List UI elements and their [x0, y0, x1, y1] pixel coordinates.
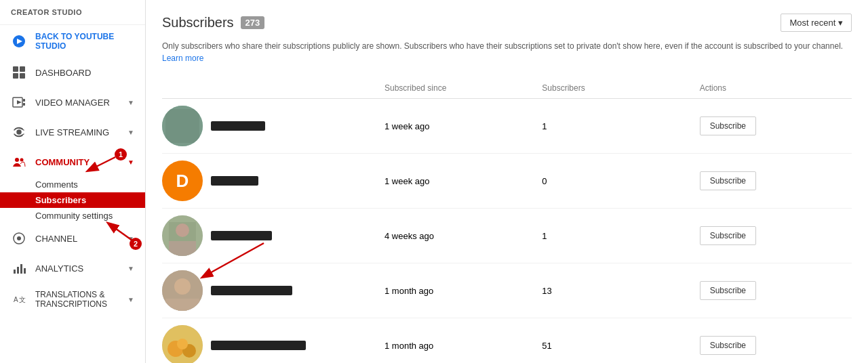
avatar-letter: D — [162, 161, 203, 201]
avatar — [162, 215, 203, 256]
svg-rect-4 — [13, 73, 18, 79]
svg-text:文: 文 — [19, 296, 26, 303]
svg-point-11 — [15, 158, 19, 162]
svg-rect-8 — [23, 99, 25, 102]
username-bar — [211, 121, 265, 131]
sidebar-item-translations[interactable]: A 文 TRANSLATIONS & TRANSCRIPTIONS ▼ — [0, 283, 145, 316]
page-title: Subscribers — [162, 15, 234, 30]
username-bar — [211, 286, 292, 295]
col-subscribers: Subscribers — [536, 83, 694, 93]
svg-rect-9 — [23, 103, 25, 106]
svg-point-14 — [17, 236, 21, 240]
col-subscribed-since: Subscribed since — [379, 83, 536, 93]
svg-point-10 — [17, 130, 21, 134]
subscriber-count-4: 13 — [536, 286, 694, 296]
video-manager-label: VIDEO MANAGER — [35, 98, 110, 108]
live-streaming-chevron: ▼ — [127, 129, 134, 136]
svg-rect-38 — [165, 299, 199, 311]
community-label: COMMUNITY — [35, 157, 90, 167]
analytics-icon — [11, 260, 27, 276]
svg-point-12 — [20, 158, 24, 162]
sidebar-sub-community-settings[interactable]: Community settings — [0, 208, 145, 223]
username-bar — [211, 176, 258, 186]
svg-rect-18 — [24, 268, 26, 274]
subscribe-button-5[interactable]: Subscribe — [700, 336, 756, 355]
translations-icon: A 文 — [11, 291, 27, 307]
svg-rect-34 — [169, 241, 196, 256]
col-actions: Actions — [694, 83, 852, 93]
table-row: 1 month ago 13 Subscribe — [162, 263, 852, 318]
youtube-studio-icon — [11, 33, 27, 49]
subscribed-since-1: 1 week ago — [379, 121, 536, 131]
subscriber-count-5: 51 — [536, 341, 694, 351]
dashboard-icon — [11, 64, 27, 81]
channel-label: CHANNEL — [35, 234, 77, 244]
table-row: 1 week ago 1 Subscribe — [162, 99, 852, 154]
subscriber-count-2: 0 — [536, 176, 694, 186]
svg-rect-2 — [13, 66, 18, 72]
col-name — [162, 83, 379, 93]
svg-rect-30 — [165, 109, 199, 143]
subscriber-info: D — [162, 161, 379, 201]
action-4: Subscribe — [694, 281, 852, 300]
subscriber-count-badge: 273 — [241, 16, 265, 29]
sidebar-item-channel[interactable]: CHANNEL ▼ — [0, 223, 145, 253]
live-streaming-icon — [11, 124, 27, 140]
sidebar-item-community[interactable]: COMMUNITY ▼ — [0, 147, 145, 177]
action-1: Subscribe — [694, 116, 852, 135]
sidebar-item-analytics[interactable]: ANALYTICS ▼ — [0, 253, 145, 283]
info-text: Only subscribers who share their subscri… — [162, 40, 852, 64]
sort-button[interactable]: Most recent ▾ — [781, 14, 852, 32]
analytics-chevron: ▼ — [127, 265, 134, 272]
sidebar-sub-comments[interactable]: Comments — [0, 177, 145, 192]
subscribed-since-2: 1 week ago — [379, 176, 536, 186]
action-2: Subscribe — [694, 171, 852, 190]
analytics-label: ANALYTICS — [35, 263, 83, 274]
channel-chevron: ▼ — [127, 235, 134, 242]
table-header: Subscribed since Subscribers Actions — [162, 78, 852, 99]
back-to-youtube-studio[interactable]: BACK TO YOUTUBE STUDIO — [0, 25, 145, 58]
subscriber-info — [162, 325, 379, 363]
avatar — [162, 325, 203, 363]
svg-rect-16 — [17, 267, 19, 274]
table-row: 4 weeks ago 1 Subscribe — [162, 209, 852, 263]
subscribed-since-5: 1 month ago — [379, 341, 536, 351]
subscribe-button-2[interactable]: Subscribe — [700, 171, 756, 190]
sidebar-item-dashboard[interactable]: DASHBOARD — [0, 58, 145, 87]
subscribe-button-4[interactable]: Subscribe — [700, 281, 756, 300]
dashboard-label: DASHBOARD — [35, 68, 91, 78]
svg-marker-7 — [17, 100, 22, 104]
subscriber-count-1: 1 — [536, 121, 694, 131]
subscriber-info — [162, 106, 379, 146]
learn-more-link[interactable]: Learn more — [162, 54, 203, 63]
svg-point-33 — [176, 223, 189, 237]
creator-studio-header: CREATOR STUDIO — [0, 0, 145, 25]
svg-rect-15 — [14, 270, 16, 274]
subscriber-info — [162, 270, 379, 311]
avatar — [162, 270, 203, 311]
svg-point-44 — [177, 339, 188, 349]
sidebar-item-live-streaming[interactable]: LIVE STREAMING ▼ — [0, 117, 145, 147]
translations-chevron: ▼ — [127, 296, 134, 303]
username-bar — [211, 341, 306, 350]
action-3: Subscribe — [694, 226, 852, 245]
video-manager-chevron: ▼ — [127, 99, 134, 106]
subscriber-count-3: 1 — [536, 231, 694, 241]
svg-point-37 — [174, 278, 191, 295]
subscribe-button-3[interactable]: Subscribe — [700, 226, 756, 245]
page-title-row: Subscribers 273 Most recent ▾ — [162, 14, 852, 32]
svg-rect-17 — [20, 264, 22, 274]
channel-icon — [11, 230, 27, 247]
translations-label: TRANSLATIONS & TRANSCRIPTIONS — [35, 290, 127, 309]
sidebar-item-video-manager[interactable]: VIDEO MANAGER ▼ — [0, 87, 145, 117]
table-row: 1 month ago 51 Subscribe — [162, 318, 852, 363]
svg-text:A: A — [14, 296, 18, 303]
svg-rect-3 — [20, 66, 25, 72]
svg-rect-5 — [20, 73, 25, 79]
avatar — [162, 106, 203, 146]
main-content: Subscribers 273 Most recent ▾ Only subsc… — [146, 0, 868, 363]
action-5: Subscribe — [694, 336, 852, 355]
subscribe-button-1[interactable]: Subscribe — [700, 116, 756, 135]
sidebar-sub-subscribers[interactable]: Subscribers — [0, 192, 145, 208]
community-icon — [11, 154, 27, 170]
